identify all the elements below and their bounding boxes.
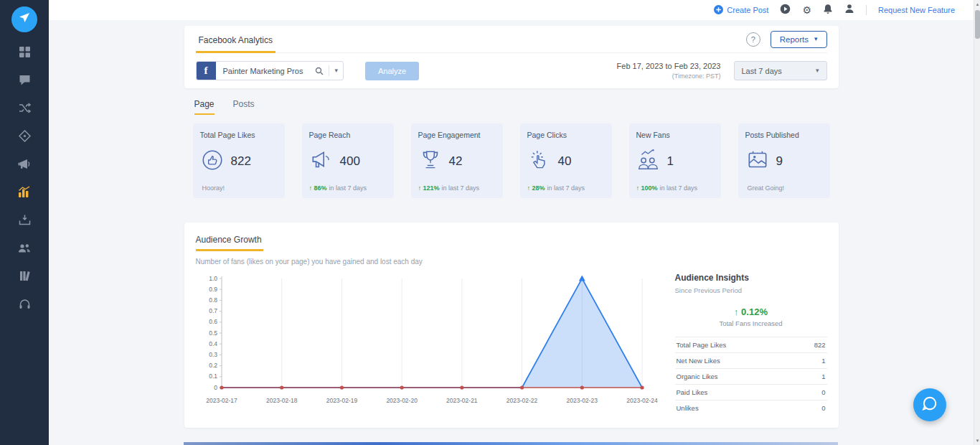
inbox-download-icon [19, 214, 31, 229]
megaphone-icon [309, 148, 334, 175]
sidebar-item-promote[interactable] [0, 151, 49, 179]
date-range-block: Feb 17, 2023 to Feb 23, 2023 (Timezone: … [617, 61, 721, 80]
audience-growth-title[interactable]: Audience Growth [196, 235, 263, 251]
sidebar-item-discover[interactable] [0, 123, 49, 151]
metric-label: Page Reach [309, 131, 387, 139]
analyze-button[interactable]: Analyze [365, 62, 419, 80]
chevron-down-icon: ▾ [329, 67, 343, 74]
metric-value: 9 [776, 154, 783, 169]
reports-label: Reports [780, 35, 809, 44]
diamond-target-icon [19, 130, 31, 145]
svg-text:0.6: 0.6 [209, 318, 217, 325]
bell-icon [823, 4, 833, 17]
svg-text:2023-02-20: 2023-02-20 [386, 397, 418, 404]
sidebar-item-analytics[interactable] [0, 179, 49, 207]
svg-text:0.4: 0.4 [209, 340, 217, 347]
svg-text:2023-02-18: 2023-02-18 [265, 397, 297, 404]
metric-note: Great Going! [748, 184, 785, 192]
tab-facebook-analytics[interactable]: Facebook Analytics [196, 35, 275, 53]
metric-note: in last 7 days [329, 184, 367, 192]
paper-plane-icon [19, 12, 30, 27]
team-users-icon [18, 243, 31, 257]
metric-value: 822 [231, 154, 251, 169]
insight-value: 0 [821, 388, 825, 396]
video-tutorials-button[interactable] [780, 4, 791, 17]
tab-page[interactable]: Page [194, 99, 215, 115]
scroll-down-arrow[interactable]: ▼ [974, 436, 980, 445]
insights-delta-note: Total Fans Increased [675, 319, 827, 327]
svg-text:2023-02-21: 2023-02-21 [446, 397, 478, 404]
dashboard-icon [19, 46, 31, 61]
bar-chart-icon [18, 186, 31, 201]
search-icon [310, 67, 329, 75]
sidebar-item-support[interactable] [0, 291, 49, 319]
insight-label: Total Page Likes [677, 341, 727, 349]
published-image-icon [745, 148, 770, 175]
svg-text:0.3: 0.3 [209, 351, 217, 358]
insight-label: Organic Likes [677, 373, 718, 380]
insight-value: 0 [821, 404, 825, 412]
likes-gauge-icon [200, 148, 225, 175]
insight-value: 1 [821, 357, 825, 365]
metric-delta: ↑ 100% [636, 184, 658, 192]
create-post-label: Create Post [727, 6, 768, 14]
svg-text:1.0: 1.0 [209, 275, 217, 282]
audience-insights-panel: Audience Insights Since Previous Period … [675, 271, 827, 416]
insights-title: Audience Insights [675, 273, 827, 283]
next-section-preview [184, 442, 838, 445]
metric-card-page-reach: Page Reach 400 ↑ 86%in last 7 days [302, 123, 394, 198]
insight-row: Total Page Likes822 [675, 337, 827, 352]
insights-delta: ↑ 0.12% [675, 306, 827, 317]
insight-value: 822 [814, 341, 826, 349]
plus-circle-icon [714, 5, 723, 16]
fans-icon [636, 148, 661, 175]
support-chat-button[interactable] [913, 388, 946, 421]
sidebar-item-dashboard[interactable] [0, 39, 49, 67]
metric-note: in last 7 days [547, 184, 585, 192]
svg-text:0.1: 0.1 [209, 373, 217, 380]
metric-label: Total Page Likes [200, 131, 278, 139]
chevron-down-icon: ▾ [816, 67, 819, 74]
metric-card-new-fans: New Fans 1 ↑ 100%in last 7 days [629, 123, 721, 198]
metric-delta: ↑ 86% [309, 184, 327, 192]
metric-note: Hooray! [202, 184, 225, 192]
metric-label: Page Clicks [527, 131, 605, 139]
scroll-up-arrow[interactable]: ▲ [974, 0, 980, 9]
create-post-button[interactable]: Create Post [714, 5, 768, 16]
request-new-feature-link[interactable]: Request New Feature [878, 6, 955, 14]
period-value: Last 7 days [742, 67, 782, 75]
svg-text:0.2: 0.2 [209, 362, 217, 369]
chevron-down-icon: ▾ [814, 36, 818, 42]
svg-text:2023-02-19: 2023-02-19 [326, 397, 357, 404]
audience-growth-chart: 00.10.20.30.40.50.60.70.80.91.02023-02-1… [196, 271, 661, 416]
settings-button[interactable]: ⚙ [802, 5, 811, 15]
gear-icon: ⚙ [802, 5, 811, 15]
period-dropdown[interactable]: Last 7 days ▾ [734, 61, 827, 80]
svg-text:2023-02-22: 2023-02-22 [506, 397, 537, 404]
svg-text:0.9: 0.9 [209, 286, 217, 293]
library-books-icon [19, 270, 31, 285]
sidebar-item-connect[interactable] [0, 95, 49, 123]
megaphone-icon [18, 158, 31, 173]
shuffle-icon [19, 102, 31, 117]
metric-note: in last 7 days [442, 184, 480, 192]
chat-bubble-icon [19, 74, 31, 89]
reports-button[interactable]: Reports ▾ [771, 31, 827, 48]
chat-bubble-icon [922, 395, 938, 414]
insight-row: Paid Likes0 [675, 384, 827, 400]
help-button[interactable]: ? [746, 32, 760, 47]
tab-posts[interactable]: Posts [233, 99, 255, 115]
sidebar-item-library[interactable] [0, 263, 49, 291]
vertical-scrollbar[interactable]: ▲ ▼ [974, 0, 980, 445]
svg-text:0.7: 0.7 [209, 307, 217, 314]
insight-value: 1 [821, 373, 825, 380]
sidebar-item-posts[interactable] [0, 67, 49, 95]
account-menu-button[interactable] [844, 4, 854, 17]
app-logo[interactable] [11, 6, 37, 32]
account-selector[interactable]: f Painter Marketing Pros ▾ [196, 61, 344, 80]
metric-card-posts-published: Posts Published 9 Great Going! [738, 123, 830, 198]
notifications-button[interactable] [823, 4, 833, 17]
sidebar-item-inbox[interactable] [0, 207, 49, 235]
sidebar-item-team[interactable] [0, 235, 49, 263]
scrollbar-thumb[interactable] [975, 10, 980, 39]
